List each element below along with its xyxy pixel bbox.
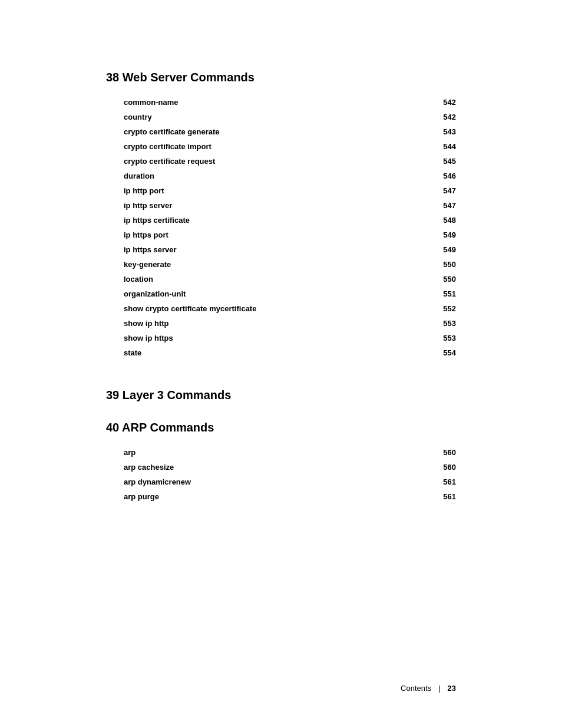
section-38-table: common-name 542 country 542 crypto certi… [106,95,456,360]
section-39-heading: 39 Layer 3 Commands [106,388,456,402]
entry-page: 550 [421,272,456,286]
entry-page: 543 [421,124,456,139]
entry-page: 560 [421,460,456,475]
table-row: location 550 [106,272,456,286]
entry-label: arp [106,445,421,460]
section-40-table: arp 560 arp cachesize 560 arp dynamicren… [106,445,456,504]
entry-page: 553 [421,331,456,345]
entry-page: 547 [421,198,456,213]
entry-label: country [106,110,421,124]
table-row: arp cachesize 560 [106,460,456,475]
table-row: crypto certificate request 545 [106,154,456,169]
entry-page: 549 [421,242,456,257]
entry-label: ip https port [106,228,421,242]
table-row: duration 546 [106,169,456,183]
footer-pipe: | [438,684,440,693]
entry-label: ip https certificate [106,213,421,228]
entry-page: 552 [421,301,456,316]
entry-label: crypto certificate import [106,139,421,154]
entry-page: 548 [421,213,456,228]
entry-label: organization-unit [106,286,421,301]
footer-contents-label: Contents [401,684,431,693]
table-row: common-name 542 [106,95,456,110]
entry-page: 550 [421,257,456,272]
entry-label: arp purge [106,489,421,504]
footer: Contents | 23 [401,684,456,693]
entry-label: show crypto certificate mycertificate [106,301,421,316]
entry-label: arp dynamicrenew [106,475,421,489]
table-row: arp 560 [106,445,456,460]
entry-label: arp cachesize [106,460,421,475]
section-40: 40 ARP Commands arp 560 arp cachesize 56… [106,421,456,504]
table-row: show crypto certificate mycertificate 55… [106,301,456,316]
table-row: show ip https 553 [106,331,456,345]
table-row: key-generate 550 [106,257,456,272]
entry-page: 546 [421,169,456,183]
entry-page: 545 [421,154,456,169]
table-row: state 554 [106,345,456,360]
table-row: organization-unit 551 [106,286,456,301]
section-38-heading: 38 Web Server Commands [106,71,456,84]
table-row: country 542 [106,110,456,124]
entry-page: 549 [421,228,456,242]
table-row: crypto certificate generate 543 [106,124,456,139]
entry-label: show ip http [106,316,421,331]
entry-page: 551 [421,286,456,301]
footer-page-number: 23 [448,684,456,693]
table-row: arp dynamicrenew 561 [106,475,456,489]
table-row: ip https certificate 548 [106,213,456,228]
entry-label: key-generate [106,257,421,272]
entry-page: 554 [421,345,456,360]
entry-label: common-name [106,95,421,110]
entry-page: 544 [421,139,456,154]
entry-page: 553 [421,316,456,331]
entry-label: state [106,345,421,360]
entry-page: 560 [421,445,456,460]
page: 38 Web Server Commands common-name 542 c… [0,0,562,728]
entry-page: 542 [421,95,456,110]
section-39: 39 Layer 3 Commands [106,388,456,402]
table-row: ip https port 549 [106,228,456,242]
table-row: ip http port 547 [106,183,456,198]
entry-label: ip http port [106,183,421,198]
entry-page: 542 [421,110,456,124]
section-40-heading: 40 ARP Commands [106,421,456,434]
table-row: ip https server 549 [106,242,456,257]
entry-page: 561 [421,489,456,504]
entry-label: crypto certificate generate [106,124,421,139]
entry-page: 561 [421,475,456,489]
table-row: arp purge 561 [106,489,456,504]
table-row: show ip http 553 [106,316,456,331]
entry-label: show ip https [106,331,421,345]
entry-page: 547 [421,183,456,198]
entry-label: location [106,272,421,286]
table-row: ip http server 547 [106,198,456,213]
table-row: crypto certificate import 544 [106,139,456,154]
section-38: 38 Web Server Commands common-name 542 c… [106,71,456,360]
entry-label: crypto certificate request [106,154,421,169]
entry-label: duration [106,169,421,183]
entry-label: ip http server [106,198,421,213]
entry-label: ip https server [106,242,421,257]
